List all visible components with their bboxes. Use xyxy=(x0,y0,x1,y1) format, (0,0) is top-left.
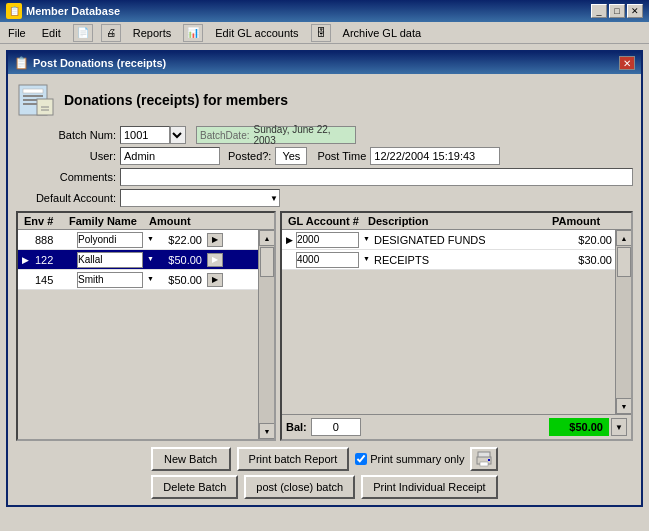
new-batch-button[interactable]: New Batch xyxy=(151,447,231,471)
buttons-row-1: New Batch Print batch Report Print summa… xyxy=(16,447,633,471)
default-account-label: Default Account: xyxy=(16,192,116,204)
scroll-up-btn-left[interactable]: ▲ xyxy=(259,230,274,246)
title-bar: 📋 Member Database _ □ ✕ xyxy=(0,0,649,22)
table-row[interactable]: 888 Polyondi ▼ $22.00 ▶ xyxy=(18,230,258,250)
amount-cell-3: $50.00 xyxy=(155,273,205,287)
buttons-area: New Batch Print batch Report Print summa… xyxy=(16,447,633,499)
env-cell-1: 888 xyxy=(32,233,77,247)
family-arrow-2: ▼ xyxy=(147,255,154,262)
gl-desc-1: DESIGNATED FUNDS xyxy=(371,233,550,247)
right-table-body: ▶ 2000 ▼ DESIGNATED FUNDS $20.00 xyxy=(282,230,631,414)
post-close-batch-button[interactable]: post (close) batch xyxy=(244,475,355,499)
svg-rect-10 xyxy=(480,462,488,466)
scroll-down-btn-right[interactable]: ▼ xyxy=(616,398,631,414)
svg-rect-11 xyxy=(488,459,490,461)
dialog-title-bar: 📋 Post Donations (receipts) ✕ xyxy=(8,52,641,74)
env-cell-2: 122 xyxy=(32,253,77,267)
dialog-title: Post Donations (receipts) xyxy=(33,57,166,69)
maximize-button[interactable]: □ xyxy=(609,4,625,18)
scroll-down-btn-left[interactable]: ▼ xyxy=(259,423,274,439)
left-table-header: Env # Family Name Amount xyxy=(18,213,274,230)
gl-select-1[interactable]: 2000 xyxy=(296,232,359,248)
comments-input[interactable] xyxy=(120,168,633,186)
print-icon-button[interactable] xyxy=(470,447,498,471)
toolbar-edit-gl-icon: 📊 xyxy=(183,24,203,42)
menu-edit[interactable]: Edit xyxy=(38,26,65,40)
tables-area: Env # Family Name Amount 888 xyxy=(16,211,633,441)
toolbar-icon-2[interactable]: 🖨 xyxy=(101,24,121,42)
svg-rect-2 xyxy=(23,95,43,97)
table-row[interactable]: ▶ 122 Kallal ▼ $50.00 ▶ xyxy=(18,250,258,270)
family-arrow-3: ▼ xyxy=(147,275,154,282)
nav-btn-3[interactable]: ▶ xyxy=(207,273,223,287)
row-indicator-2: ▶ xyxy=(18,255,32,265)
balance-amount: $50.00 xyxy=(549,418,609,436)
dialog-header: Donations (receipts) for members xyxy=(16,80,633,120)
nav-cell-1: ▶ xyxy=(205,231,225,249)
left-table-body: 888 Polyondi ▼ $22.00 ▶ xyxy=(18,230,274,439)
header-icon xyxy=(16,80,56,120)
pamount-header: PAmount xyxy=(548,214,613,228)
family-header: Family Name xyxy=(65,214,145,228)
gl-select-2[interactable]: 4000 xyxy=(296,252,359,268)
right-table-header: GL Account # Description PAmount xyxy=(282,213,631,230)
posted-label: Posted?: xyxy=(228,150,271,162)
table-row[interactable]: 145 Smith ▼ $50.00 ▶ xyxy=(18,270,258,290)
left-table: Env # Family Name Amount 888 xyxy=(16,211,276,441)
menu-file[interactable]: File xyxy=(4,26,30,40)
scroll-up-btn-right[interactable]: ▲ xyxy=(616,230,631,246)
minimize-button[interactable]: _ xyxy=(591,4,607,18)
balance-row: Bal: $50.00 ▼ xyxy=(282,414,631,439)
balance-scroll-btn[interactable]: ▼ xyxy=(611,418,627,436)
delete-batch-button[interactable]: Delete Batch xyxy=(151,475,238,499)
amount-cell-2: $50.00 xyxy=(155,253,205,267)
left-table-rows: 888 Polyondi ▼ $22.00 ▶ xyxy=(18,230,258,439)
table-row[interactable]: 4000 ▼ RECEIPTS $30.00 xyxy=(282,250,615,270)
nav-btn-2[interactable]: ▶ xyxy=(207,253,223,267)
gl-pamount-2: $30.00 xyxy=(550,253,615,267)
print-summary-label: Print summary only xyxy=(370,453,464,465)
close-button[interactable]: ✕ xyxy=(627,4,643,18)
menu-edit-gl[interactable]: Edit GL accounts xyxy=(211,26,302,40)
family-select-1[interactable]: Polyondi xyxy=(77,232,143,248)
batch-num-input[interactable] xyxy=(120,126,170,144)
user-input[interactable] xyxy=(120,147,220,165)
scroll-thumb-left[interactable] xyxy=(260,247,274,277)
app-title: Member Database xyxy=(26,5,120,17)
main-area: 📋 Post Donations (receipts) ✕ xyxy=(0,44,649,513)
print-batch-report-button[interactable]: Print batch Report xyxy=(237,447,350,471)
batch-num-row: Batch Num: BatchDate: Sunday, June 22, 2… xyxy=(16,126,633,144)
menu-bar: File Edit 📄 🖨 Reports 📊 Edit GL accounts… xyxy=(0,22,649,44)
nav-cell-2: ▶ xyxy=(205,251,225,269)
default-account-select[interactable] xyxy=(120,189,280,207)
buttons-row-2: Delete Batch post (close) batch Print In… xyxy=(16,475,633,499)
posted-value: Yes xyxy=(275,147,307,165)
toolbar-icon-1[interactable]: 📄 xyxy=(73,24,93,42)
family-select-2[interactable]: Kallal xyxy=(77,252,143,268)
balance-input[interactable] xyxy=(311,418,361,436)
print-individual-receipt-button[interactable]: Print Individual Receipt xyxy=(361,475,498,499)
right-table: GL Account # Description PAmount ▶ xyxy=(280,211,633,441)
family-select-3[interactable]: Smith xyxy=(77,272,143,288)
nav-cell-3: ▶ xyxy=(205,271,225,289)
nav-btn-1[interactable]: ▶ xyxy=(207,233,223,247)
svg-rect-1 xyxy=(23,89,43,93)
post-donations-dialog: 📋 Post Donations (receipts) ✕ xyxy=(6,50,643,507)
gl-row-indicator-1: ▶ xyxy=(282,235,296,245)
user-label: User: xyxy=(16,150,116,162)
gl-arrow-2: ▼ xyxy=(363,255,370,262)
menu-reports[interactable]: Reports xyxy=(129,26,176,40)
scroll-track-right xyxy=(616,246,631,398)
batch-date-label: BatchDate: Sunday, June 22, 2003 xyxy=(196,126,356,144)
scroll-thumb-right[interactable] xyxy=(617,247,631,277)
batch-num-dropdown[interactable] xyxy=(170,126,186,144)
print-summary-checkbox[interactable] xyxy=(355,453,367,465)
env-cell-3: 145 xyxy=(32,273,77,287)
dialog-icon: 📋 xyxy=(14,56,29,70)
dialog-close-button[interactable]: ✕ xyxy=(619,56,635,70)
balance-label: Bal: xyxy=(286,421,307,433)
table-row[interactable]: ▶ 2000 ▼ DESIGNATED FUNDS $20.00 xyxy=(282,230,615,250)
menu-archive-gl[interactable]: Archive GL data xyxy=(339,26,425,40)
batch-num-label: Batch Num: xyxy=(16,129,116,141)
gl-desc-2: RECEIPTS xyxy=(371,253,550,267)
